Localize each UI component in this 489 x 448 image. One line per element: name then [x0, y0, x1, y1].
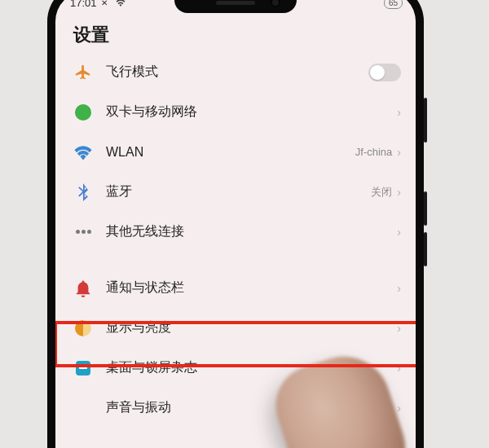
desktop-icon [73, 358, 93, 378]
chevron-right-icon: › [397, 226, 401, 239]
notch [174, 0, 297, 13]
more-icon [73, 222, 93, 242]
globe-icon [73, 103, 93, 122]
power-button [424, 98, 427, 143]
chevron-right-icon: › [397, 146, 401, 159]
row-sim-network[interactable]: 双卡与移动网络 › [55, 92, 416, 132]
battery-indicator: 65 [384, 0, 403, 9]
bluetooth-icon [73, 182, 93, 202]
row-bluetooth[interactable]: 蓝牙 关闭 › [55, 172, 416, 212]
screen: 17:01 ✕ 65 设置 飞行模式 双卡与移动网络 › [55, 0, 416, 448]
row-value: Jf-china [355, 146, 393, 158]
signal-icon: ✕ [101, 0, 108, 7]
row-other-wireless[interactable]: 其他无线连接 › [55, 212, 416, 252]
row-notifications[interactable]: 通知与状态栏 › [55, 268, 416, 308]
row-wlan[interactable]: WLAN Jf-china › [55, 132, 416, 172]
clock: 17:01 [70, 0, 97, 9]
wifi-icon [116, 0, 126, 9]
chevron-right-icon: › [397, 106, 401, 119]
row-display-brightness[interactable]: 显示与亮度 › [55, 308, 416, 348]
wifi-icon [73, 143, 93, 162]
chevron-right-icon: › [397, 402, 401, 415]
page-title: 设置 [55, 15, 416, 52]
section-gap [55, 252, 416, 268]
chevron-right-icon: › [397, 282, 401, 295]
row-label: WLAN [106, 145, 355, 160]
row-value: 关闭 [371, 185, 392, 200]
row-label: 通知与状态栏 [106, 279, 397, 296]
airplane-icon [73, 63, 93, 82]
chevron-right-icon: › [397, 186, 401, 199]
row-airplane-mode[interactable]: 飞行模式 [55, 52, 416, 92]
airplane-toggle[interactable] [368, 64, 401, 81]
row-label: 飞行模式 [106, 64, 368, 81]
chevron-right-icon: › [397, 322, 401, 335]
row-label: 其他无线连接 [106, 223, 397, 240]
row-label: 双卡与移动网络 [106, 103, 397, 121]
bell-icon [73, 279, 93, 298]
sound-icon [73, 398, 93, 418]
phone-frame: 17:01 ✕ 65 设置 飞行模式 双卡与移动网络 › [47, 0, 424, 448]
row-label: 显示与亮度 [106, 319, 397, 336]
volume-up-button [424, 191, 427, 226]
brightness-icon [73, 318, 93, 338]
chevron-right-icon: › [397, 362, 401, 375]
volume-down-button [424, 232, 427, 266]
row-label: 蓝牙 [106, 183, 371, 200]
